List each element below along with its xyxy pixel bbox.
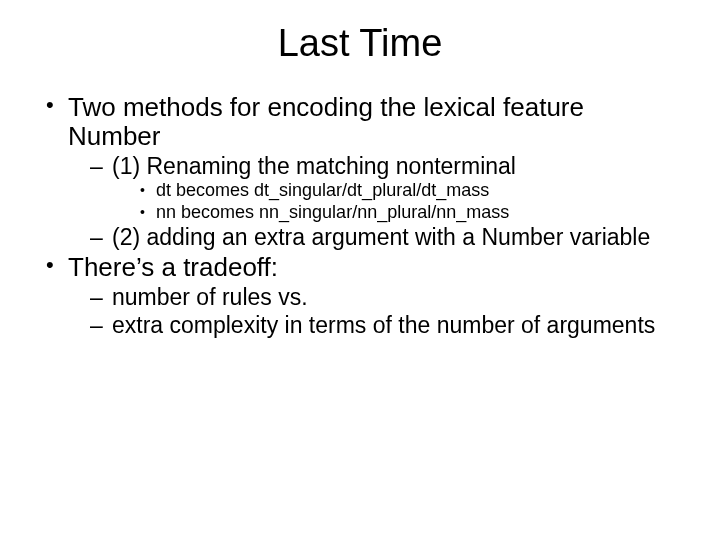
sub-renaming-text: (1) Renaming the matching nonterminal: [112, 153, 516, 179]
bullet-methods: Two methods for encoding the lexical fea…: [44, 93, 690, 251]
sub-complexity: extra complexity in terms of the number …: [90, 312, 690, 339]
example-nn: nn becomes nn_singular/nn_plural/nn_mass: [138, 202, 690, 224]
sub-list-methods: (1) Renaming the matching nonterminal dt…: [68, 153, 690, 251]
bullet-methods-text-line2: Number: [68, 121, 160, 151]
sub-list-tradeoff: number of rules vs. extra complexity in …: [68, 284, 690, 338]
bullet-methods-text-line1: Two methods for encoding the lexical fea…: [68, 92, 584, 122]
slide: Last Time Two methods for encoding the l…: [0, 0, 720, 540]
sub-rules: number of rules vs.: [90, 284, 690, 311]
bullet-list: Two methods for encoding the lexical fea…: [30, 93, 690, 339]
slide-title: Last Time: [30, 22, 690, 65]
sub-renaming: (1) Renaming the matching nonterminal dt…: [90, 153, 690, 224]
sub-extra-arg: (2) adding an extra argument with a Numb…: [90, 224, 690, 251]
example-dt: dt becomes dt_singular/dt_plural/dt_mass: [138, 180, 690, 202]
example-list: dt becomes dt_singular/dt_plural/dt_mass…: [112, 180, 690, 224]
bullet-tradeoff: There’s a tradeoff: number of rules vs. …: [44, 253, 690, 338]
bullet-tradeoff-text: There’s a tradeoff:: [68, 252, 278, 282]
